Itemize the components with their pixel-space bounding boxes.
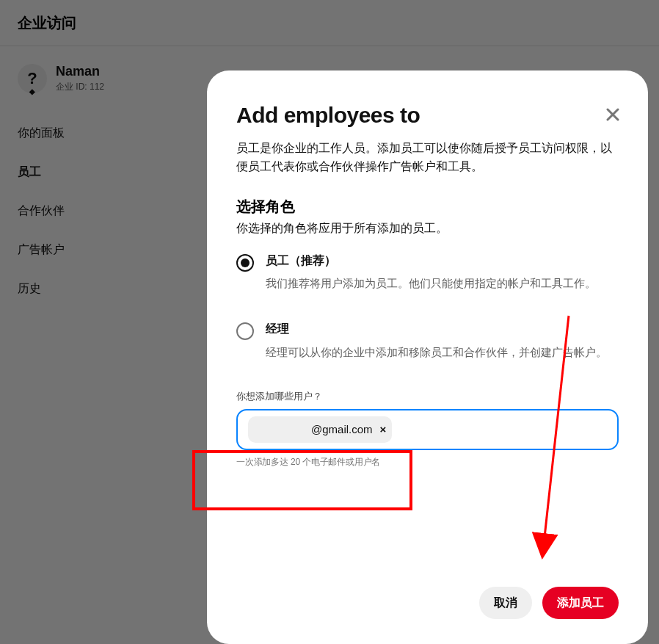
role-employee-title: 员工（推荐）: [266, 253, 619, 269]
radio-manager[interactable]: [236, 322, 254, 340]
radio-employee[interactable]: [236, 254, 254, 272]
submit-button[interactable]: 添加员工: [542, 587, 619, 619]
email-chip: @gmail.com ×: [248, 416, 392, 443]
users-field-label: 你想添加哪些用户？: [236, 390, 619, 403]
modal-title: Add employees to: [236, 103, 619, 128]
role-option-employee[interactable]: 员工（推荐） 我们推荐将用户添加为员工。他们只能使用指定的帐户和工具工作。: [236, 253, 619, 292]
users-input[interactable]: @gmail.com ×: [236, 409, 619, 450]
cancel-button[interactable]: 取消: [479, 587, 532, 619]
close-icon: [606, 108, 619, 121]
role-manager-title: 经理: [266, 321, 619, 337]
role-manager-desc: 经理可以从你的企业中添加和移除员工和合作伙伴，并创建广告帐户。: [266, 344, 619, 361]
modal-lead: 员工是你企业的工作人员。添加员工可以使你随后授予员工访问权限，以便员工代表你或合…: [236, 140, 619, 176]
modal-footer: 取消 添加员工: [479, 587, 619, 619]
role-employee-desc: 我们推荐将用户添加为员工。他们只能使用指定的帐户和工具工作。: [266, 275, 619, 292]
role-option-manager[interactable]: 经理 经理可以从你的企业中添加和移除员工和合作伙伴，并创建广告帐户。: [236, 321, 619, 361]
select-role-title: 选择角色: [236, 197, 619, 217]
select-role-sub: 你选择的角色将应用于所有添加的员工。: [236, 221, 619, 236]
users-helper-text: 一次添加多达 20 个电子邮件或用户名: [236, 456, 619, 468]
add-employees-modal: Add employees to 员工是你企业的工作人员。添加员工可以使你随后授…: [207, 70, 648, 644]
chip-remove-button[interactable]: ×: [380, 423, 387, 435]
chip-value: @gmail.com: [311, 423, 373, 435]
close-button[interactable]: [600, 101, 626, 128]
